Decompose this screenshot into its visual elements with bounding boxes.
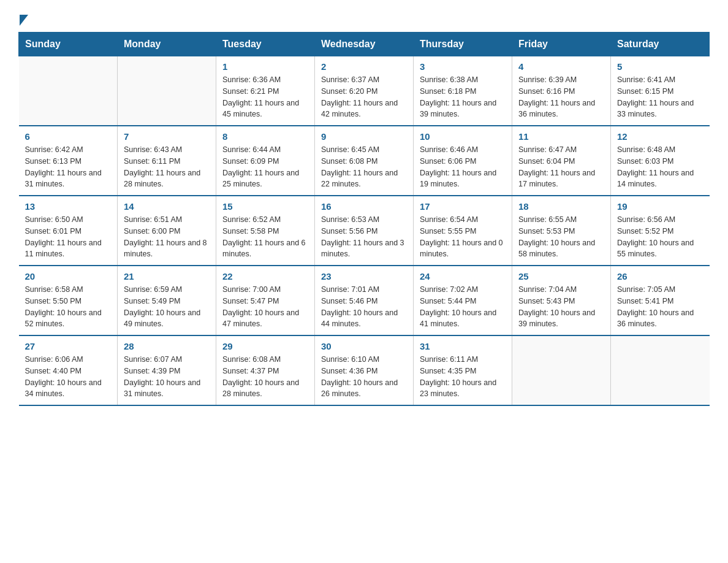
day-number: 28 [124, 341, 210, 351]
day-number: 13 [25, 201, 112, 212]
calendar-cell: 28Sunrise: 6:07 AMSunset: 4:39 PMDayligh… [118, 335, 216, 405]
calendar-cell: 18Sunrise: 6:55 AMSunset: 5:53 PMDayligh… [512, 196, 611, 266]
day-info: Sunrise: 6:08 AMSunset: 4:37 PMDaylight:… [222, 354, 308, 400]
day-info: Sunrise: 7:04 AMSunset: 5:43 PMDaylight:… [518, 284, 604, 330]
day-info: Sunrise: 6:44 AMSunset: 6:09 PMDaylight:… [222, 144, 308, 190]
calendar-cell [118, 56, 216, 126]
column-header-wednesday: Wednesday [315, 33, 414, 56]
day-info: Sunrise: 7:05 AMSunset: 5:41 PMDaylight:… [617, 284, 703, 330]
calendar-cell: 14Sunrise: 6:51 AMSunset: 6:00 PMDayligh… [118, 196, 216, 266]
calendar-cell: 17Sunrise: 6:54 AMSunset: 5:55 PMDayligh… [414, 196, 512, 266]
logo-triangle-icon [20, 15, 28, 26]
calendar-cell: 4Sunrise: 6:39 AMSunset: 6:16 PMDaylight… [512, 56, 611, 126]
column-header-thursday: Thursday [414, 33, 512, 56]
calendar-cell: 16Sunrise: 6:53 AMSunset: 5:56 PMDayligh… [315, 196, 414, 266]
calendar-cell [512, 335, 611, 405]
day-info: Sunrise: 6:41 AMSunset: 6:15 PMDaylight:… [617, 74, 703, 120]
column-header-sunday: Sunday [19, 33, 118, 56]
calendar-cell: 24Sunrise: 7:02 AMSunset: 5:44 PMDayligh… [414, 266, 512, 335]
calendar-cell: 26Sunrise: 7:05 AMSunset: 5:41 PMDayligh… [611, 266, 710, 335]
calendar-cell: 12Sunrise: 6:48 AMSunset: 6:03 PMDayligh… [611, 126, 710, 196]
day-number: 27 [25, 341, 112, 351]
day-info: Sunrise: 6:39 AMSunset: 6:16 PMDaylight:… [518, 74, 604, 120]
day-info: Sunrise: 6:47 AMSunset: 6:04 PMDaylight:… [518, 144, 604, 190]
day-number: 22 [222, 271, 308, 282]
calendar-week-row: 20Sunrise: 6:58 AMSunset: 5:50 PMDayligh… [19, 266, 710, 335]
day-info: Sunrise: 6:55 AMSunset: 5:53 PMDaylight:… [518, 214, 604, 260]
day-info: Sunrise: 6:11 AMSunset: 4:35 PMDaylight:… [420, 354, 506, 400]
day-number: 4 [518, 61, 604, 72]
day-info: Sunrise: 6:59 AMSunset: 5:49 PMDaylight:… [124, 284, 210, 330]
calendar-header-row: SundayMondayTuesdayWednesdayThursdayFrid… [19, 33, 710, 56]
day-number: 6 [25, 131, 112, 142]
day-info: Sunrise: 6:46 AMSunset: 6:06 PMDaylight:… [420, 144, 506, 190]
calendar-cell: 20Sunrise: 6:58 AMSunset: 5:50 PMDayligh… [19, 266, 118, 335]
day-number: 17 [420, 201, 506, 212]
day-number: 12 [617, 131, 703, 142]
calendar-cell: 25Sunrise: 7:04 AMSunset: 5:43 PMDayligh… [512, 266, 611, 335]
calendar-cell: 7Sunrise: 6:43 AMSunset: 6:11 PMDaylight… [118, 126, 216, 196]
day-info: Sunrise: 6:10 AMSunset: 4:36 PMDaylight:… [321, 354, 407, 400]
day-number: 3 [420, 61, 506, 72]
day-info: Sunrise: 6:43 AMSunset: 6:11 PMDaylight:… [124, 144, 210, 190]
calendar-cell: 30Sunrise: 6:10 AMSunset: 4:36 PMDayligh… [315, 335, 414, 405]
day-info: Sunrise: 6:38 AMSunset: 6:18 PMDaylight:… [420, 74, 506, 120]
day-number: 14 [124, 201, 210, 212]
day-info: Sunrise: 6:56 AMSunset: 5:52 PMDaylight:… [617, 214, 703, 260]
day-number: 5 [617, 61, 703, 72]
day-number: 9 [321, 131, 407, 142]
calendar-cell: 9Sunrise: 6:45 AMSunset: 6:08 PMDaylight… [315, 126, 414, 196]
page-header [18, 12, 710, 26]
calendar-table: SundayMondayTuesdayWednesdayThursdayFrid… [18, 32, 710, 406]
calendar-cell: 3Sunrise: 6:38 AMSunset: 6:18 PMDaylight… [414, 56, 512, 126]
calendar-cell: 6Sunrise: 6:42 AMSunset: 6:13 PMDaylight… [19, 126, 118, 196]
day-info: Sunrise: 6:06 AMSunset: 4:40 PMDaylight:… [25, 354, 112, 400]
calendar-cell: 8Sunrise: 6:44 AMSunset: 6:09 PMDaylight… [216, 126, 315, 196]
day-info: Sunrise: 7:00 AMSunset: 5:47 PMDaylight:… [222, 284, 308, 330]
calendar-cell: 19Sunrise: 6:56 AMSunset: 5:52 PMDayligh… [611, 196, 710, 266]
logo [18, 12, 28, 26]
day-info: Sunrise: 6:37 AMSunset: 6:20 PMDaylight:… [321, 74, 407, 120]
day-number: 16 [321, 201, 407, 212]
day-number: 29 [222, 341, 308, 351]
calendar-cell: 13Sunrise: 6:50 AMSunset: 6:01 PMDayligh… [19, 196, 118, 266]
day-number: 18 [518, 201, 604, 212]
calendar-cell: 2Sunrise: 6:37 AMSunset: 6:20 PMDaylight… [315, 56, 414, 126]
day-number: 10 [420, 131, 506, 142]
day-info: Sunrise: 6:36 AMSunset: 6:21 PMDaylight:… [222, 74, 308, 120]
column-header-saturday: Saturday [611, 33, 710, 56]
day-number: 1 [222, 61, 308, 72]
day-number: 20 [25, 271, 112, 282]
day-info: Sunrise: 6:50 AMSunset: 6:01 PMDaylight:… [25, 214, 112, 260]
calendar-week-row: 13Sunrise: 6:50 AMSunset: 6:01 PMDayligh… [19, 196, 710, 266]
calendar-cell [611, 335, 710, 405]
day-info: Sunrise: 7:02 AMSunset: 5:44 PMDaylight:… [420, 284, 506, 330]
day-number: 7 [124, 131, 210, 142]
calendar-cell: 31Sunrise: 6:11 AMSunset: 4:35 PMDayligh… [414, 335, 512, 405]
calendar-cell: 5Sunrise: 6:41 AMSunset: 6:15 PMDaylight… [611, 56, 710, 126]
day-number: 8 [222, 131, 308, 142]
day-info: Sunrise: 6:51 AMSunset: 6:00 PMDaylight:… [124, 214, 210, 260]
column-header-monday: Monday [118, 33, 216, 56]
day-number: 19 [617, 201, 703, 212]
day-info: Sunrise: 7:01 AMSunset: 5:46 PMDaylight:… [321, 284, 407, 330]
day-info: Sunrise: 6:52 AMSunset: 5:58 PMDaylight:… [222, 214, 308, 260]
calendar-cell: 22Sunrise: 7:00 AMSunset: 5:47 PMDayligh… [216, 266, 315, 335]
calendar-cell: 23Sunrise: 7:01 AMSunset: 5:46 PMDayligh… [315, 266, 414, 335]
day-info: Sunrise: 6:53 AMSunset: 5:56 PMDaylight:… [321, 214, 407, 260]
day-number: 26 [617, 271, 703, 282]
day-info: Sunrise: 6:54 AMSunset: 5:55 PMDaylight:… [420, 214, 506, 260]
calendar-week-row: 6Sunrise: 6:42 AMSunset: 6:13 PMDaylight… [19, 126, 710, 196]
calendar-cell: 15Sunrise: 6:52 AMSunset: 5:58 PMDayligh… [216, 196, 315, 266]
calendar-cell: 10Sunrise: 6:46 AMSunset: 6:06 PMDayligh… [414, 126, 512, 196]
day-number: 30 [321, 341, 407, 351]
calendar-cell [19, 56, 118, 126]
day-number: 2 [321, 61, 407, 72]
calendar-cell: 27Sunrise: 6:06 AMSunset: 4:40 PMDayligh… [19, 335, 118, 405]
calendar-cell: 11Sunrise: 6:47 AMSunset: 6:04 PMDayligh… [512, 126, 611, 196]
day-number: 11 [518, 131, 604, 142]
calendar-cell: 29Sunrise: 6:08 AMSunset: 4:37 PMDayligh… [216, 335, 315, 405]
day-number: 15 [222, 201, 308, 212]
calendar-cell: 1Sunrise: 6:36 AMSunset: 6:21 PMDaylight… [216, 56, 315, 126]
calendar-cell: 21Sunrise: 6:59 AMSunset: 5:49 PMDayligh… [118, 266, 216, 335]
